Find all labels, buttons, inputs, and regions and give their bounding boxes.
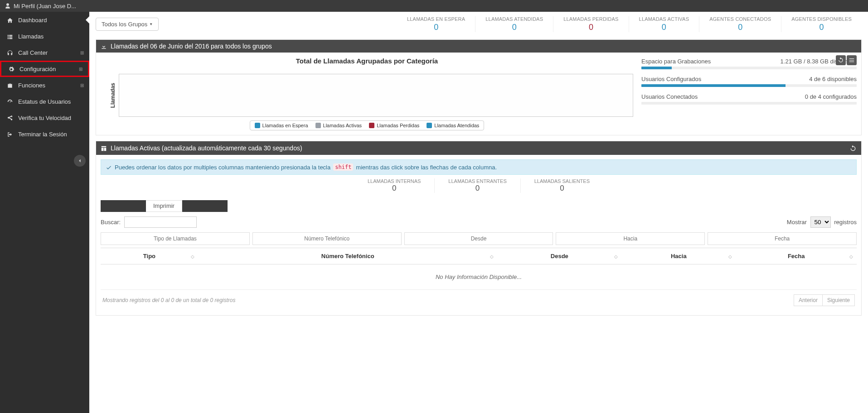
sidebar-collapse-button[interactable] <box>74 155 86 167</box>
sidebar-item-label: Dashboard <box>18 17 47 24</box>
list-icon <box>5 33 15 40</box>
sub-kpi-value: 0 <box>448 184 506 193</box>
column-header[interactable]: Tipo◇ <box>101 248 198 264</box>
kpi-llamadas-en-espera: LLAMADAS EN ESPERA0 <box>397 16 475 32</box>
stat-label: Usuarios Conectados <box>641 93 698 100</box>
pagination: Anterior Siguiente <box>794 294 855 306</box>
export-button-3[interactable] <box>182 200 228 212</box>
group-filter-dropdown[interactable]: Todos los Grupos ▼ <box>96 18 159 31</box>
stat-bar <box>641 84 857 87</box>
sidebar-item-call-center[interactable]: Call Center⊞ <box>0 44 89 61</box>
panel-title: Llamadas Activas (actualizada automática… <box>111 144 302 152</box>
stat-row: Usuarios Conectados0 de 4 configurados <box>641 93 857 105</box>
sort-icon: ◇ <box>490 254 494 259</box>
stat-label: Usuarios Configurados <box>641 76 701 82</box>
kpi-bar: LLAMADAS EN ESPERA0LLAMADAS ATENDIDAS0LL… <box>397 16 862 32</box>
legend-label: Llamadas Perdidas <box>377 123 419 128</box>
search-label: Buscar: <box>101 219 121 226</box>
sidebar-item-label: Call Center <box>18 49 48 56</box>
column-header[interactable]: Número Telefónico◇ <box>198 248 498 264</box>
kpi-label: AGENTES DISPONIBLES <box>791 16 852 22</box>
panel-title: Llamadas del 06 de Junio del 2016 para t… <box>111 43 272 50</box>
sort-icon: ◇ <box>728 254 732 259</box>
pager-prev[interactable]: Anterior <box>794 294 823 306</box>
home-icon <box>5 16 15 24</box>
column-header[interactable]: Desde◇ <box>497 248 621 264</box>
legend-item: Llamadas en Espera <box>255 123 308 128</box>
stats-column: Espacio para Grabaciones1.21 GB / 8.38 G… <box>641 57 857 111</box>
legend-swatch <box>427 123 432 128</box>
active-calls-table: Tipo◇Número Telefónico◇Desde◇Hacia◇Fecha… <box>101 248 857 290</box>
table-empty-text: No Hay Información Disponible... <box>101 264 857 290</box>
legend-item: Llamadas Activas <box>315 123 362 128</box>
chart-list-button[interactable] <box>847 55 857 65</box>
refresh-icon[interactable] <box>849 144 857 152</box>
stat-value: 4 de 6 disponibles <box>809 76 857 82</box>
sub-kpi: LLAMADAS ENTRANTES0 <box>435 178 520 193</box>
sort-icon: ◇ <box>191 254 194 259</box>
sub-kpi: LLAMADAS SALIENTES0 <box>521 178 603 193</box>
legend-label: Llamadas Activas <box>323 123 362 128</box>
stat-row: Espacio para Grabaciones1.21 GB / 8.38 G… <box>641 58 857 69</box>
sidebar-item-estatus-de-usuarios[interactable]: Estatus de Usuarios <box>0 93 89 110</box>
dashboard-icon <box>5 98 15 105</box>
sub-kpi-label: LLAMADAS ENTRANTES <box>448 178 506 184</box>
export-button-2[interactable] <box>123 200 146 212</box>
kpi-value: 0 <box>709 23 771 32</box>
kpi-label: LLAMADAS EN ESPERA <box>407 16 465 22</box>
caret-down-icon: ▼ <box>149 22 153 26</box>
sort-icon: ◇ <box>849 254 853 259</box>
column-filter-input[interactable] <box>708 232 857 245</box>
sidebar-item-label: Terminar la Sesión <box>18 131 67 138</box>
pager-next[interactable]: Siguiente <box>823 294 855 306</box>
search-input[interactable] <box>124 216 197 228</box>
table-header-row: Tipo◇Número Telefónico◇Desde◇Hacia◇Fecha… <box>101 248 857 264</box>
main-content: Todos los Grupos ▼ LLAMADAS EN ESPERA0LL… <box>89 12 868 413</box>
column-filter-input[interactable] <box>404 232 553 245</box>
stat-value: 0 de 4 configurados <box>805 93 857 100</box>
print-button[interactable]: Imprimir <box>146 200 182 212</box>
sidebar-item-terminar-la-sesión[interactable]: Terminar la Sesión <box>0 126 89 142</box>
sidebar-item-funciones[interactable]: Funciones⊞ <box>0 77 89 93</box>
chart-column: Total de Llamadas Agrupadas por Categorí… <box>101 57 633 130</box>
column-header[interactable]: Fecha◇ <box>736 248 857 264</box>
active-calls-panel: Llamadas Activas (actualizada automática… <box>96 141 862 316</box>
panel-header: Llamadas del 06 de Junio del 2016 para t… <box>96 40 861 53</box>
sidebar-item-label: Llamadas <box>18 33 44 40</box>
page-size-select[interactable]: 50 <box>810 216 831 228</box>
sidebar-item-configuración[interactable]: Configuración⊞ <box>0 61 89 77</box>
share-icon <box>5 114 15 121</box>
legend-label: Llamadas Atendidas <box>434 123 479 128</box>
sidebar-item-dashboard[interactable]: Dashboard <box>0 12 89 28</box>
sub-kpi-value: 0 <box>534 184 590 193</box>
chart-refresh-button[interactable] <box>836 55 846 65</box>
show-label: Mostrar <box>787 219 807 226</box>
cogs-icon <box>7 65 16 72</box>
records-label: registros <box>834 219 857 226</box>
sub-kpi-bar: LLAMADAS INTERNAS0LLAMADAS ENTRANTES0LLA… <box>101 178 857 193</box>
export-button-1[interactable] <box>101 200 123 212</box>
column-header[interactable]: Hacia◇ <box>621 248 736 264</box>
tip-text-pre: Puedes ordenar los datos por multiples c… <box>115 164 330 171</box>
column-filter-input[interactable] <box>101 232 250 245</box>
kpi-value: 0 <box>563 23 618 32</box>
sidebar-item-llamadas[interactable]: Llamadas <box>0 28 89 44</box>
stat-label: Espacio para Grabaciones <box>641 58 711 65</box>
kpi-value: 0 <box>485 23 543 32</box>
table-empty-row: No Hay Información Disponible... <box>101 264 857 290</box>
kpi-agentes-disponibles: AGENTES DISPONIBLES0 <box>781 16 862 32</box>
main-header: Todos los Grupos ▼ LLAMADAS EN ESPERA0LL… <box>89 12 868 37</box>
legend-item: Llamadas Atendidas <box>427 123 479 128</box>
kpi-label: LLAMADAS PERDIDAS <box>563 16 618 22</box>
page-size-wrapper: Mostrar 50 registros <box>787 216 857 228</box>
kpi-value: 0 <box>639 23 689 32</box>
sidebar-item-verifica-tu-velocidad[interactable]: Verifica tu Velocidad <box>0 110 89 126</box>
profile-menu[interactable]: Mi Perfil (Juan Jose D... <box>14 3 76 10</box>
expand-icon: ⊞ <box>80 50 84 55</box>
column-filter-input[interactable] <box>556 232 705 245</box>
chart-legend: Llamadas en EsperaLlamadas ActivasLlamad… <box>250 120 485 130</box>
column-filter-input[interactable] <box>252 232 402 245</box>
briefcase-icon <box>5 82 15 89</box>
chart-plot-area <box>119 74 633 117</box>
topbar: Mi Perfil (Juan Jose D... <box>0 0 868 12</box>
